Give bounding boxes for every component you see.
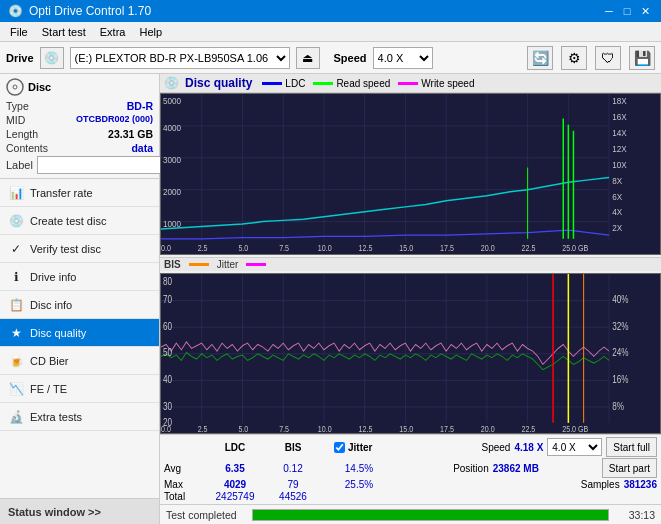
transfer-rate-label: Transfer rate (30, 187, 93, 199)
svg-text:5000: 5000 (163, 95, 181, 106)
read-speed-legend-color (313, 82, 333, 85)
close-button[interactable]: ✕ (637, 3, 653, 19)
svg-text:6X: 6X (612, 191, 622, 202)
status-bar: Test completed 33:13 (160, 504, 661, 524)
length-value: 23.31 GB (108, 128, 153, 140)
menu-help[interactable]: Help (133, 24, 168, 40)
info-button[interactable]: 🛡 (595, 46, 621, 70)
app-icon: 💿 (8, 4, 23, 18)
save-button[interactable]: 💾 (629, 46, 655, 70)
svg-text:60: 60 (163, 319, 172, 331)
menu-start-test[interactable]: Start test (36, 24, 92, 40)
svg-text:40: 40 (163, 372, 172, 384)
svg-text:1000: 1000 (163, 218, 181, 229)
jitter-label: Jitter (348, 442, 372, 453)
svg-text:10X: 10X (612, 159, 626, 170)
cd-bier-icon: 🍺 (8, 353, 24, 369)
drive-info-label: Drive info (30, 271, 76, 283)
status-window-item[interactable]: Status window >> (0, 498, 159, 524)
disc-icon (6, 78, 24, 96)
status-text: Test completed (166, 509, 246, 521)
svg-text:5.0: 5.0 (238, 424, 248, 433)
drive-info-icon: ℹ (8, 269, 24, 285)
speed-stat-select[interactable]: 4.0 X (547, 438, 602, 456)
bottom-chart: 80 70 60 50 40 30 20 40% 32% 24% 16% 8% … (160, 273, 661, 435)
extra-tests-label: Extra tests (30, 411, 82, 423)
right-content: 💿 Disc quality LDC Read speed Write spee… (160, 74, 661, 524)
speed-select[interactable]: 4.0 X (373, 47, 433, 69)
jitter-chart-label: Jitter (217, 259, 239, 270)
mid-label: MID (6, 114, 25, 126)
write-speed-legend-color (398, 82, 418, 85)
eject-button[interactable]: ⏏ (296, 47, 320, 69)
app-title: Opti Drive Control 1.70 (29, 4, 151, 18)
svg-text:22.5: 22.5 (522, 243, 536, 253)
drive-label: Drive (6, 52, 34, 64)
sidebar: Disc Type BD-R MID OTCBDR002 (000) Lengt… (0, 74, 160, 524)
jitter-checkbox[interactable] (334, 442, 345, 453)
svg-text:4000: 4000 (163, 122, 181, 133)
svg-text:14X: 14X (612, 127, 626, 138)
start-part-button[interactable]: Start part (602, 458, 657, 478)
disc-quality-label: Disc quality (30, 327, 86, 339)
drive-select[interactable]: (E:) PLEXTOR BD-R PX-LB950SA 1.06 (70, 47, 290, 69)
svg-text:10.0: 10.0 (318, 424, 332, 433)
refresh-button[interactable]: 🔄 (527, 46, 553, 70)
svg-text:12.5: 12.5 (359, 424, 373, 433)
sidebar-item-cd-bier[interactable]: 🍺 CD Bier (0, 347, 159, 375)
max-jitter: 25.5% (334, 479, 384, 490)
minimize-button[interactable]: ─ (601, 3, 617, 19)
svg-text:7.5: 7.5 (279, 243, 289, 253)
chart-header-title: Disc quality (185, 76, 252, 90)
top-chart-svg: 5000 4000 3000 2000 1000 18X 16X 14X 12X… (161, 94, 660, 254)
svg-text:22.5: 22.5 (522, 424, 536, 433)
disc-info-icon: 📋 (8, 297, 24, 313)
sidebar-item-create-test-disc[interactable]: 💿 Create test disc (0, 207, 159, 235)
menu-bar: File Start test Extra Help (0, 22, 661, 42)
avg-bis: 0.12 (268, 463, 318, 474)
max-ldc: 4029 (206, 479, 264, 490)
create-test-disc-icon: 💿 (8, 213, 24, 229)
speed-stat-label: Speed (481, 442, 510, 453)
svg-point-0 (7, 79, 23, 95)
sidebar-item-extra-tests[interactable]: 🔬 Extra tests (0, 403, 159, 431)
sidebar-item-disc-quality[interactable]: ★ Disc quality (0, 319, 159, 347)
svg-text:20.0: 20.0 (481, 424, 495, 433)
svg-text:8%: 8% (612, 399, 624, 411)
contents-value: data (131, 142, 153, 154)
sidebar-item-disc-info[interactable]: 📋 Disc info (0, 291, 159, 319)
speed-label: Speed (334, 52, 367, 64)
maximize-button[interactable]: □ (619, 3, 635, 19)
menu-file[interactable]: File (4, 24, 34, 40)
svg-text:5.0: 5.0 (238, 243, 248, 253)
sidebar-item-verify-test-disc[interactable]: ✓ Verify test disc (0, 235, 159, 263)
sidebar-item-fe-te[interactable]: 📉 FE / TE (0, 375, 159, 403)
drive-icon-button[interactable]: 💿 (40, 47, 64, 69)
svg-text:12.5: 12.5 (359, 243, 373, 253)
cd-bier-label: CD Bier (30, 355, 69, 367)
jitter-legend-color (246, 263, 266, 266)
menu-extra[interactable]: Extra (94, 24, 132, 40)
svg-text:2X: 2X (612, 223, 622, 234)
start-full-button[interactable]: Start full (606, 437, 657, 457)
progress-bar-container (252, 509, 609, 521)
verify-test-disc-label: Verify test disc (30, 243, 101, 255)
read-speed-legend-label: Read speed (336, 78, 390, 89)
svg-text:20.0: 20.0 (481, 243, 495, 253)
svg-text:8X: 8X (612, 175, 622, 186)
label-input[interactable] (37, 156, 172, 174)
svg-text:10.0: 10.0 (318, 243, 332, 253)
sidebar-item-drive-info[interactable]: ℹ Drive info (0, 263, 159, 291)
settings-button[interactable]: ⚙ (561, 46, 587, 70)
sidebar-item-transfer-rate[interactable]: 📊 Transfer rate (0, 179, 159, 207)
svg-text:50: 50 (163, 346, 172, 358)
status-window-label: Status window >> (8, 506, 101, 518)
max-bis: 79 (268, 479, 318, 490)
svg-text:16%: 16% (612, 372, 629, 384)
write-speed-legend-label: Write speed (421, 78, 474, 89)
svg-point-1 (13, 85, 17, 89)
svg-text:16X: 16X (612, 111, 626, 122)
avg-jitter: 14.5% (334, 463, 384, 474)
samples-value: 381236 (624, 479, 657, 490)
ldc-legend-label: LDC (285, 78, 305, 89)
